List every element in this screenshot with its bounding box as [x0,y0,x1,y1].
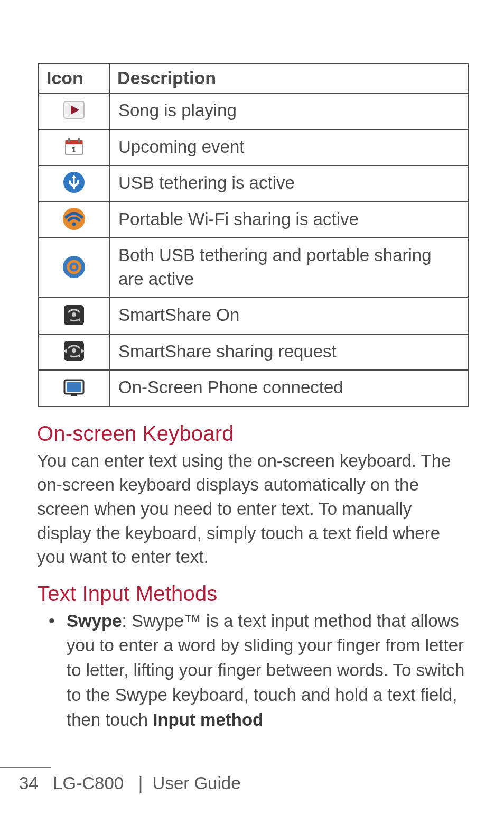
table-row: Portable Wi-Fi sharing is active [39,202,469,238]
swype-input-method-label: Input method [153,710,263,729]
guide-label: User Guide [153,773,241,793]
svg-rect-4 [78,138,80,142]
usb-tether-icon [62,171,86,194]
svg-rect-18 [71,394,77,396]
calendar-icon: 1 [64,137,83,156]
icon-description-table: Icon Description Song is playing [38,63,469,407]
svg-rect-17 [67,382,81,392]
svg-point-11 [72,265,76,269]
description-cell: SmartShare On [109,298,469,334]
keyboard-body-text: You can enter text using the on-screen k… [37,449,470,569]
table-header-icon: Icon [39,64,109,93]
table-row: SmartShare sharing request [39,334,469,371]
description-cell: Portable Wi-Fi sharing is active [109,202,469,238]
description-cell: Song is playing [109,93,469,130]
description-cell: Both USB tethering and portable sharing … [109,238,469,298]
footer-rule [0,767,51,768]
table-header-description: Description [109,64,469,93]
svg-point-8 [72,222,76,226]
play-icon [63,101,85,119]
table-row: SmartShare On [39,298,469,334]
table-row: Song is playing [39,93,469,130]
bullet-dot: • [49,609,55,634]
footer-divider: | [138,773,143,793]
onscreen-phone-icon [63,378,85,397]
table-row: Both USB tethering and portable sharing … [39,238,469,298]
table-row: 1 Upcoming event [39,130,469,166]
description-cell: Upcoming event [109,130,469,166]
page-footer: 34 LG-C800 | User Guide [0,767,504,793]
section-heading-input: Text Input Methods [37,582,470,606]
table-row: On-Screen Phone connected [39,370,469,406]
description-cell: SmartShare sharing request [109,334,469,371]
swype-label: Swype [67,611,122,631]
both-share-icon [62,255,86,279]
table-row: USB tethering is active [39,165,469,202]
svg-rect-3 [68,138,70,142]
smartshare-icon [63,304,85,326]
description-cell: On-Screen Phone connected [109,370,469,406]
page-number: 34 [19,773,39,793]
list-item: • Swype: Swype™ is a text input method t… [67,609,470,733]
svg-point-13 [72,312,76,317]
svg-text:1: 1 [72,145,76,154]
swype-body: : Swype™ is a text input method that all… [67,611,464,729]
description-cell: USB tethering is active [109,165,469,202]
model-name: LG-C800 [53,773,124,793]
svg-point-15 [72,348,76,353]
wifi-share-icon [62,207,86,231]
section-heading-keyboard: On-screen Keyboard [37,422,470,446]
smartshare-req-icon [62,339,86,363]
